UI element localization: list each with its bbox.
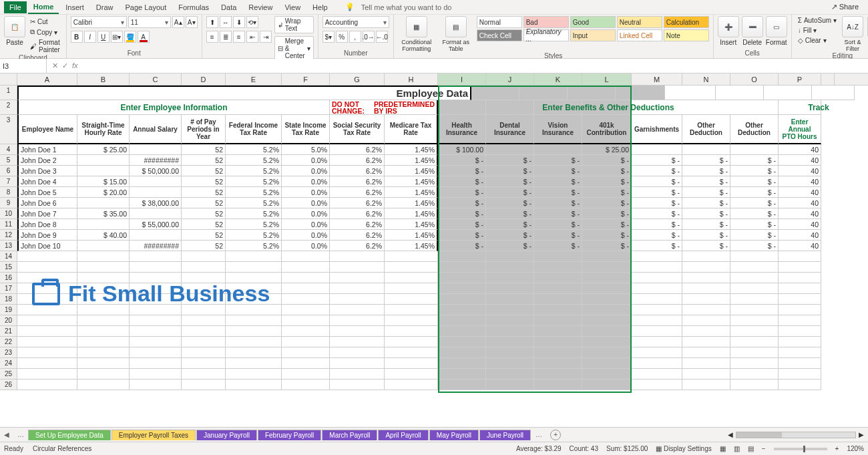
align-center-button[interactable]: ≣ <box>220 31 232 43</box>
col-header-A[interactable]: A <box>17 73 77 85</box>
col-header-K[interactable]: K <box>534 73 582 85</box>
cell[interactable] <box>77 219 130 230</box>
cell[interactable] <box>486 294 534 305</box>
cell[interactable] <box>665 86 716 100</box>
cell[interactable]: $ 40.00 <box>77 230 130 241</box>
cell[interactable] <box>330 347 385 358</box>
cell[interactable] <box>438 262 486 273</box>
cell[interactable] <box>534 380 582 390</box>
cell[interactable]: 6.2% <box>330 155 385 166</box>
cell[interactable] <box>582 369 632 380</box>
cell[interactable] <box>779 380 821 390</box>
cell[interactable]: $ - <box>582 219 632 230</box>
row-header-3[interactable]: 3 <box>0 115 17 144</box>
cell[interactable] <box>616 86 665 100</box>
cell[interactable]: 5.2% <box>226 241 282 251</box>
row-header-10[interactable]: 10 <box>0 208 17 219</box>
cell[interactable] <box>730 337 779 347</box>
cell[interactable] <box>17 347 77 358</box>
style-check-cell[interactable]: Check Cell <box>477 29 522 41</box>
cell[interactable]: 5.2% <box>226 208 282 219</box>
cell[interactable]: $ - <box>438 176 486 187</box>
cell[interactable] <box>385 326 438 337</box>
cell[interactable] <box>17 380 77 390</box>
cell[interactable] <box>682 262 730 273</box>
cell[interactable] <box>130 347 182 358</box>
cell[interactable] <box>17 262 77 273</box>
cell[interactable] <box>17 337 77 347</box>
autosum-button[interactable]: Σ AutoSum ▾ <box>796 16 839 25</box>
cell[interactable]: John Doe 6 <box>17 198 77 208</box>
sheet-tab-april-payroll[interactable]: April Payroll <box>378 430 428 440</box>
cell[interactable] <box>486 251 534 262</box>
cell[interactable] <box>282 294 330 305</box>
comma-button[interactable]: , <box>349 31 361 43</box>
cell[interactable] <box>779 251 821 262</box>
cell[interactable] <box>17 315 77 326</box>
scroll-left-icon[interactable]: ◀ <box>728 431 733 438</box>
cell[interactable] <box>486 315 534 326</box>
cell[interactable]: $ - <box>582 166 632 176</box>
cell[interactable]: 6.2% <box>330 144 385 155</box>
cell[interactable]: 6.2% <box>330 198 385 208</box>
tab-more[interactable]: … <box>531 431 546 438</box>
cell[interactable]: John Doe 9 <box>17 230 77 241</box>
cell[interactable]: 52 <box>182 144 226 155</box>
cell[interactable]: 5.2% <box>226 187 282 198</box>
cell[interactable]: $ - <box>486 187 534 198</box>
cell-styles-gallery[interactable]: NormalBadGoodNeutralCalculationCheck Cel… <box>477 16 709 41</box>
cell[interactable]: 1.45% <box>385 166 438 176</box>
cell[interactable]: 6.2% <box>330 208 385 219</box>
cell[interactable] <box>779 100 821 115</box>
cell[interactable] <box>182 315 226 326</box>
cell[interactable]: 6.2% <box>330 187 385 198</box>
cell[interactable] <box>77 326 130 337</box>
cell[interactable] <box>17 358 77 369</box>
cell[interactable]: 6.2% <box>330 176 385 187</box>
cell[interactable]: $ - <box>730 166 779 176</box>
italic-button[interactable]: I <box>84 31 96 43</box>
cell[interactable]: Vision Insurance <box>534 115 582 144</box>
cell[interactable] <box>77 347 130 358</box>
delete-cells-button[interactable]: ➖ <box>742 16 763 37</box>
cell[interactable] <box>17 251 77 262</box>
cell[interactable] <box>77 369 130 380</box>
cell[interactable] <box>282 305 330 315</box>
cell[interactable] <box>330 315 385 326</box>
cell[interactable] <box>330 326 385 337</box>
format-painter-button[interactable]: 🖌 Format Painter <box>28 38 62 54</box>
cell[interactable] <box>779 315 821 326</box>
cell[interactable] <box>582 347 632 358</box>
cell[interactable] <box>438 305 486 315</box>
cell[interactable]: $ - <box>582 198 632 208</box>
cell[interactable] <box>226 251 282 262</box>
cell[interactable] <box>534 358 582 369</box>
cell[interactable] <box>130 208 182 219</box>
cell[interactable] <box>438 283 486 294</box>
sheet-tab-set-up-employee-data[interactable]: Set Up Employee Data <box>28 430 111 440</box>
cell[interactable] <box>486 337 534 347</box>
sheet-tab-march-payroll[interactable]: March Payroll <box>322 430 377 440</box>
cell[interactable]: $ - <box>730 241 779 251</box>
cell[interactable]: $ - <box>730 230 779 241</box>
col-header-E[interactable]: E <box>226 73 282 85</box>
cell[interactable] <box>438 315 486 326</box>
cell[interactable] <box>486 358 534 369</box>
cell[interactable]: 1.45% <box>385 144 438 155</box>
cell[interactable]: $ - <box>582 208 632 219</box>
view-normal-icon[interactable]: ▦ <box>720 445 726 452</box>
cell[interactable] <box>632 283 682 294</box>
row-header-24[interactable]: 24 <box>0 358 17 369</box>
sheet-tab-june-payroll[interactable]: June Payroll <box>479 430 531 440</box>
cell[interactable] <box>438 251 486 262</box>
cell[interactable] <box>77 262 130 273</box>
zoom-level[interactable]: 120% <box>847 445 864 452</box>
cell[interactable] <box>779 305 821 315</box>
cell[interactable] <box>582 337 632 347</box>
cell[interactable] <box>182 347 226 358</box>
cell[interactable]: $ - <box>486 230 534 241</box>
cell[interactable]: $ - <box>438 208 486 219</box>
cell[interactable]: $ 25.00 <box>582 144 632 155</box>
cell[interactable] <box>682 305 730 315</box>
cut-button[interactable]: ✂ Cut <box>28 17 62 26</box>
